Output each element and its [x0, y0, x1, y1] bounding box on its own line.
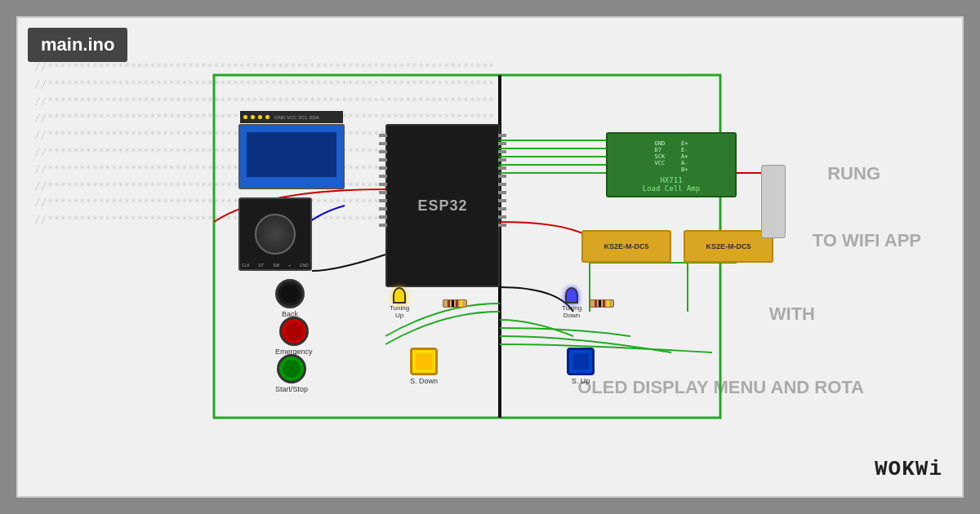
- pin-left-10: [379, 207, 387, 210]
- hx711-module: GND D7 SCK VCC E+ E- A+ A- B+ HX711 Load…: [606, 132, 737, 197]
- hx711-pin-gnd: GND: [654, 140, 665, 147]
- s-down-button[interactable]: S. Down: [410, 348, 438, 385]
- resistor-1: [443, 299, 467, 308]
- wokwi-logo: WOKWi: [875, 457, 942, 481]
- emergency-button-inner[interactable]: [285, 322, 303, 340]
- pin-right-7: [498, 183, 506, 186]
- esp32-pins-left: [379, 134, 387, 227]
- relay-2-label: KS2E-M-DC5: [706, 242, 751, 250]
- emergency-button[interactable]: Emergency: [275, 317, 313, 356]
- pin-right-11: [498, 215, 506, 219]
- oled-display: GND VCC SCL SDA: [238, 124, 345, 189]
- weight-sensor: [761, 165, 786, 238]
- pin-right-6: [498, 175, 506, 178]
- start-stop-button-body[interactable]: [277, 354, 306, 383]
- oled-header: GND VCC SCL SDA: [240, 111, 343, 123]
- pin-left-12: [379, 224, 387, 227]
- hx711-pin-a-plus: A+: [681, 153, 688, 160]
- pin-right-4: [498, 158, 506, 162]
- hx711-desc: Load Cell Amp: [643, 184, 700, 193]
- pin-gnd: [243, 115, 247, 119]
- s-down-button-body[interactable]: [410, 348, 438, 375]
- relay-1: KS2E-M-DC5: [581, 230, 671, 263]
- hx711-pin-d7: D7: [654, 147, 665, 153]
- pin-vcc: [251, 115, 255, 119]
- pin-right-3: [498, 150, 506, 153]
- s-up-button-label: S. Up: [572, 377, 590, 385]
- pin-left-4: [379, 158, 387, 162]
- esp32-pins-right: [498, 134, 506, 227]
- pin-left-3: [379, 150, 387, 153]
- band4: [460, 300, 462, 307]
- circuit-area: GND VCC SCL SDA CLK DT SW + GND: [100, 59, 875, 459]
- s-up-button-body[interactable]: [567, 348, 595, 375]
- resistor-2-body: [590, 299, 614, 308]
- band2: [452, 300, 454, 307]
- r2-band3: [603, 300, 605, 307]
- esp32-chip: ESP32: [385, 124, 500, 287]
- tuning-up-led-body: [393, 287, 406, 304]
- hx711-pin-vcc: VCC: [654, 160, 665, 166]
- pin-left-6: [379, 175, 387, 178]
- pin-right-8: [498, 191, 506, 194]
- band3: [456, 300, 458, 307]
- relay-1-label: KS2E-M-DC5: [604, 242, 648, 250]
- pin-right-10: [498, 207, 506, 210]
- hx711-pin-b-plus: B+: [681, 166, 688, 173]
- start-stop-button-label: Start/Stop: [275, 385, 308, 393]
- back-button[interactable]: Back: [275, 279, 305, 318]
- start-stop-button[interactable]: Start/Stop: [275, 354, 308, 393]
- pin-left-9: [379, 199, 387, 202]
- start-stop-button-inner[interactable]: [283, 360, 301, 378]
- pin-left-11: [379, 215, 387, 219]
- pin-left-8: [379, 191, 387, 194]
- s-down-button-label: S. Down: [410, 377, 438, 385]
- r2-band2: [599, 300, 601, 307]
- resistor-1-body: [443, 299, 467, 308]
- tuning-down-led: TuningDown: [562, 287, 581, 319]
- band1: [448, 300, 450, 307]
- pin-left-2: [379, 142, 387, 145]
- tuning-up-led: TuningUp: [390, 287, 409, 319]
- hx711-pin-a-minus: A-: [681, 160, 688, 166]
- pin-right-2: [498, 142, 506, 145]
- hx711-pin-sck: SCK: [654, 153, 665, 160]
- rotary-encoder[interactable]: CLK DT SW + GND: [238, 197, 312, 271]
- tuning-down-led-body: [565, 287, 578, 304]
- pin-right-5: [498, 166, 506, 170]
- pin-sda: [265, 115, 270, 119]
- emergency-button-body[interactable]: [279, 317, 309, 346]
- file-title: main.ino: [28, 28, 127, 62]
- pin-right-1: [498, 134, 506, 137]
- pin-scl: [258, 115, 262, 119]
- pin-left-1: [379, 134, 387, 137]
- pin-left-5: [379, 166, 387, 170]
- back-button-body[interactable]: [275, 279, 305, 308]
- relay-2: KS2E-M-DC5: [684, 230, 773, 263]
- r2-band4: [607, 300, 609, 307]
- tuning-up-led-label: TuningUp: [390, 304, 409, 319]
- hx711-label: HX711: [660, 176, 682, 184]
- pin-right-12: [498, 224, 506, 227]
- s-up-button-inner[interactable]: [572, 353, 589, 370]
- pin-right-9: [498, 199, 506, 202]
- hx711-pin-e-minus: E-: [681, 147, 688, 153]
- tuning-down-led-label: TuningDown: [562, 304, 581, 319]
- rotary-knob[interactable]: [255, 214, 296, 255]
- s-down-button-inner[interactable]: [416, 353, 432, 370]
- s-up-button[interactable]: S. Up: [567, 348, 595, 385]
- hx711-pin-e-plus: E+: [681, 140, 688, 147]
- back-button-inner[interactable]: [281, 285, 299, 303]
- resistor-2: [590, 299, 614, 308]
- esp32-label: ESP32: [417, 197, 467, 215]
- r2-band1: [595, 300, 597, 307]
- oled-screen: [247, 132, 336, 177]
- pin-left-7: [379, 183, 387, 186]
